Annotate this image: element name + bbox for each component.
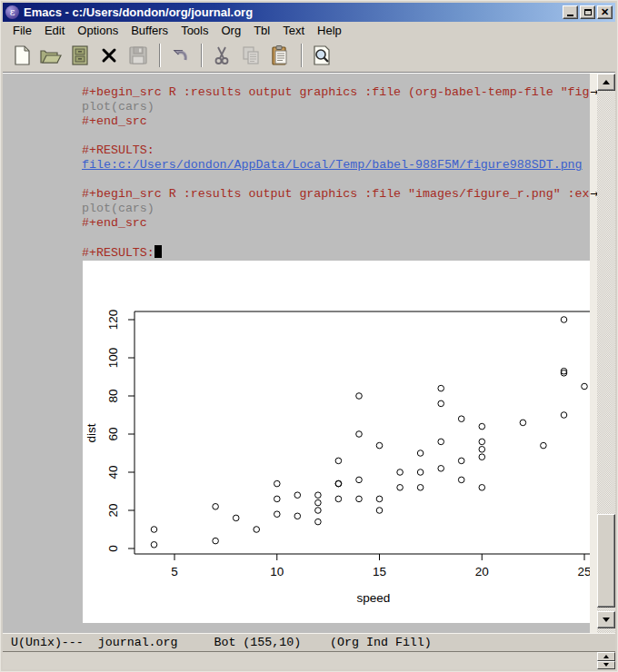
save-buffer-button[interactable] (125, 43, 152, 68)
data-point (213, 538, 219, 544)
buffer-line: #+end_src (3, 114, 590, 129)
buffer-line: #+end_src (3, 216, 590, 231)
mini-scroll-up-button[interactable] (597, 652, 615, 661)
close-x-icon (100, 46, 118, 64)
data-point (356, 393, 363, 400)
data-point (561, 412, 567, 419)
minimize-button[interactable] (563, 5, 578, 19)
y-tick-label: 60 (106, 427, 120, 440)
data-point (294, 492, 301, 499)
title-bar[interactable]: ε Emacs - c:/Users/dondon/org/journal.or… (3, 3, 615, 22)
cut-button[interactable] (208, 43, 235, 68)
copy-button[interactable] (237, 43, 264, 68)
data-point (356, 431, 363, 438)
y-tick-label: 20 (106, 503, 120, 517)
scroll-up-button[interactable] (597, 74, 615, 91)
org-file-link[interactable]: file:c:/Users/dondon/AppData/Local/Temp/… (3, 158, 590, 173)
menu-text[interactable]: Text (276, 23, 311, 38)
mini-scroll-down-button[interactable] (597, 661, 615, 670)
data-point (479, 439, 485, 445)
data-point (541, 442, 547, 449)
data-point (356, 477, 363, 483)
data-point (479, 447, 485, 453)
data-point (582, 383, 588, 390)
x-tick-label: 5 (171, 565, 178, 578)
menu-help[interactable]: Help (311, 23, 348, 38)
data-point (458, 416, 464, 422)
maximize-button[interactable] (580, 5, 595, 19)
buffer-window: #+begin_src R :results output graphics :… (3, 74, 615, 633)
menu-bar: File Edit Options Buffers Tools Org Tbl … (3, 22, 615, 39)
save-floppy-icon (127, 44, 149, 66)
mode-line[interactable]: U(Unix)--- journal.org Bot (155,10) (Org… (3, 633, 615, 652)
data-point (479, 454, 485, 460)
data-point (397, 485, 404, 491)
data-point (438, 400, 444, 407)
minibuffer-scrollbar[interactable] (597, 652, 615, 669)
arrow-up-icon (603, 80, 610, 84)
echo-area[interactable] (3, 652, 615, 669)
x-tick-label: 20 (475, 565, 489, 578)
x-tick-label: 15 (373, 565, 386, 578)
y-tick-label: 40 (106, 465, 120, 479)
copy-pages-icon (240, 44, 262, 66)
undo-button[interactable] (166, 43, 194, 68)
data-point (376, 496, 383, 502)
minimize-icon (567, 15, 573, 16)
data-point (479, 485, 485, 491)
text-cursor (154, 245, 162, 258)
data-point (213, 504, 219, 510)
paste-button[interactable] (266, 43, 294, 68)
new-file-button[interactable] (8, 43, 35, 68)
emacs-app-icon: ε (5, 5, 19, 19)
menu-buffers[interactable]: Buffers (125, 23, 174, 38)
window-controls: ✕ (563, 5, 613, 19)
buffer-line (3, 231, 590, 245)
data-point (274, 511, 281, 518)
data-point (417, 469, 424, 476)
vertical-scrollbar[interactable] (597, 74, 615, 633)
data-point (520, 420, 526, 426)
scissors-icon (211, 44, 233, 66)
data-point (417, 485, 424, 491)
new-file-icon (11, 44, 33, 66)
toolbar-separator (159, 44, 161, 67)
data-point (315, 519, 322, 525)
buffer-line: #+RESULTS: (3, 245, 590, 260)
open-file-button[interactable] (37, 43, 65, 68)
file-cabinet-icon (69, 44, 91, 66)
plot-box (135, 311, 590, 554)
data-point (233, 515, 239, 521)
data-point (458, 477, 464, 483)
scrollbar-thumb[interactable] (597, 514, 615, 608)
search-button[interactable] (308, 43, 335, 68)
menu-tbl[interactable]: Tbl (247, 23, 276, 38)
data-point (335, 458, 342, 464)
tool-bar (3, 39, 615, 73)
data-point (315, 508, 322, 514)
data-point (397, 469, 404, 476)
close-buffer-button[interactable] (95, 43, 123, 68)
buffer-line (3, 173, 590, 187)
dired-button[interactable] (66, 43, 94, 68)
data-point (274, 496, 281, 502)
inline-result-image: 510152025020406080100120speeddist (83, 261, 590, 623)
menu-options[interactable]: Options (71, 23, 125, 38)
data-point (356, 496, 363, 502)
toolbar-separator (301, 44, 303, 67)
scroll-down-button[interactable] (597, 611, 615, 628)
y-tick-label: 120 (106, 310, 120, 331)
y-tick-label: 100 (106, 348, 120, 369)
data-point (335, 496, 342, 502)
menu-edit[interactable]: Edit (38, 23, 71, 38)
buffer-line: #+RESULTS: (3, 143, 590, 158)
menu-tools[interactable]: Tools (174, 23, 214, 38)
y-axis-title: dist (85, 423, 98, 442)
data-point (438, 466, 444, 472)
close-button[interactable]: ✕ (597, 5, 613, 19)
arrow-down-icon (603, 618, 610, 622)
menu-file[interactable]: File (6, 23, 38, 38)
data-point (376, 442, 383, 449)
menu-org[interactable]: Org (214, 23, 247, 38)
data-point (438, 385, 444, 391)
